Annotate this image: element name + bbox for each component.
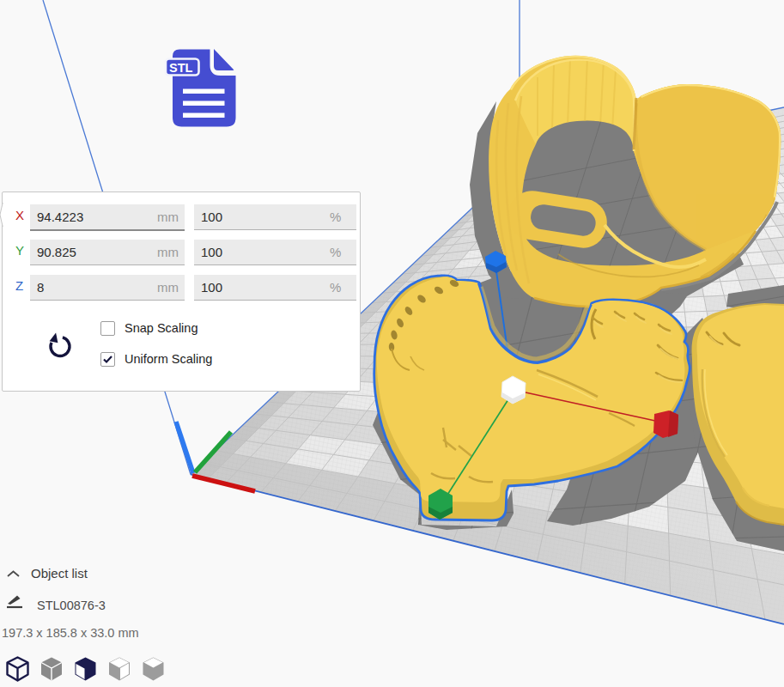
svg-text:STL: STL — [169, 61, 193, 75]
